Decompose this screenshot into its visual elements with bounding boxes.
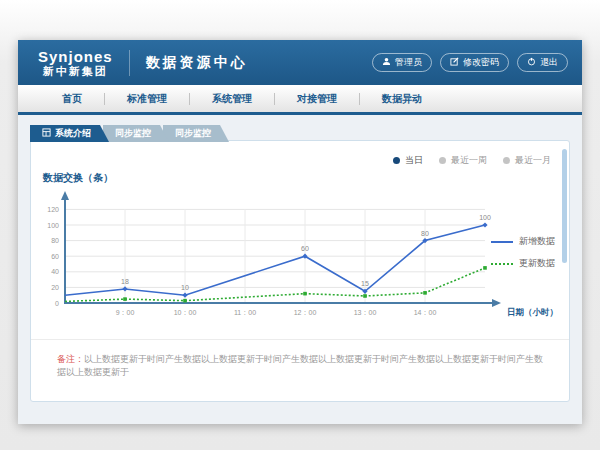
tab-label: 同步监控	[175, 127, 211, 140]
brand-logo-en: Synjones	[38, 48, 113, 65]
range-option-2[interactable]: 最近一周	[439, 154, 487, 167]
svg-text:40: 40	[51, 268, 59, 275]
chart-panel: 当日最近一周最近一月 数据交换（条） 0204060801001209：0010…	[30, 140, 570, 402]
line-chart: 0204060801001209：0010：0011：0012：0013：001…	[31, 185, 569, 335]
svg-text:15: 15	[361, 280, 369, 287]
power-button[interactable]: 退出	[517, 53, 568, 72]
svg-text:100: 100	[479, 214, 491, 221]
legend-item-2[interactable]: 更新数据	[491, 257, 555, 270]
nav-item-1[interactable]: 首页	[40, 92, 104, 106]
user-button-label: 管理员	[395, 56, 422, 69]
series-legend: 新增数据更新数据	[491, 235, 555, 279]
svg-text:12：00: 12：00	[294, 309, 317, 316]
footnote-text: 以上数据更新于时间产生数据以上数据更新于时间产生数据以上数据更新于时间产生数据以…	[57, 354, 543, 377]
nav-item-3[interactable]: 系统管理	[190, 92, 274, 106]
svg-text:11：00: 11：00	[234, 309, 256, 316]
range-options: 当日最近一周最近一月	[393, 154, 551, 167]
radio-dot-icon	[393, 157, 400, 164]
svg-text:13：00: 13：00	[354, 309, 377, 316]
grid-icon	[42, 128, 51, 139]
svg-text:80: 80	[51, 237, 59, 244]
tab-1[interactable]: 系统介绍	[30, 125, 109, 142]
legend-line-sample	[491, 241, 513, 243]
svg-text:9：00: 9：00	[116, 309, 135, 316]
brand-logo-cn: 新中新集团	[38, 65, 113, 78]
svg-text:日期（小时）: 日期（小时）	[507, 307, 558, 317]
range-option-label: 最近一月	[515, 154, 551, 167]
app-window: Synjones 新中新集团 数据资源中心 管理员修改密码退出 首页标准管理系统…	[18, 40, 582, 424]
app-header: Synjones 新中新集团 数据资源中心 管理员修改密码退出	[18, 40, 582, 85]
scrollbar-thumb[interactable]	[562, 149, 567, 263]
svg-text:0: 0	[55, 300, 59, 307]
brand-logo: Synjones 新中新集团	[38, 48, 113, 78]
footnote: 备注：以上数据更新于时间产生数据以上数据更新于时间产生数据以上数据更新于时间产生…	[31, 339, 569, 379]
radio-dot-icon	[503, 157, 510, 164]
nav-item-5[interactable]: 数据异动	[360, 92, 444, 106]
range-option-label: 当日	[405, 154, 423, 167]
user-button-label: 退出	[540, 56, 558, 69]
user-button[interactable]: 管理员	[372, 53, 432, 72]
range-option-1[interactable]: 当日	[393, 154, 423, 167]
tab-bar: 系统介绍同步监控同步监控	[30, 125, 223, 142]
tab-2[interactable]: 同步监控	[103, 125, 169, 142]
app-title: 数据资源中心	[146, 54, 248, 72]
svg-text:80: 80	[421, 230, 429, 237]
radio-dot-icon	[439, 157, 446, 164]
svg-text:10：00: 10：00	[174, 309, 197, 316]
range-option-3[interactable]: 最近一月	[503, 154, 551, 167]
y-axis-title: 数据交换（条）	[43, 171, 113, 185]
nav-item-4[interactable]: 对接管理	[275, 92, 359, 106]
content-area: 系统介绍同步监控同步监控 当日最近一周最近一月 数据交换（条） 02040608…	[18, 115, 582, 424]
header-actions: 管理员修改密码退出	[372, 53, 568, 72]
main-nav: 首页标准管理系统管理对接管理数据异动	[18, 85, 582, 115]
tab-label: 系统介绍	[55, 127, 91, 140]
legend-label: 更新数据	[519, 257, 555, 270]
user-icon	[382, 57, 391, 68]
power-icon	[527, 57, 536, 68]
legend-item-1[interactable]: 新增数据	[491, 235, 555, 248]
range-option-label: 最近一周	[451, 154, 487, 167]
svg-text:14：00: 14：00	[414, 309, 437, 316]
tab-3[interactable]: 同步监控	[163, 125, 229, 142]
nav-item-2[interactable]: 标准管理	[105, 92, 189, 106]
legend-line-sample	[491, 263, 513, 265]
edit-button[interactable]: 修改密码	[440, 53, 509, 72]
svg-text:20: 20	[51, 284, 59, 291]
header-divider	[129, 50, 130, 76]
svg-text:18: 18	[121, 278, 129, 285]
svg-text:60: 60	[301, 245, 309, 252]
tab-label: 同步监控	[115, 127, 151, 140]
user-button-label: 修改密码	[463, 56, 499, 69]
svg-text:10: 10	[181, 284, 189, 291]
svg-text:120: 120	[47, 206, 59, 213]
legend-label: 新增数据	[519, 235, 555, 248]
svg-text:100: 100	[47, 222, 59, 229]
edit-icon	[450, 57, 459, 68]
svg-text:60: 60	[51, 253, 59, 260]
footnote-label: 备注：	[57, 354, 84, 364]
